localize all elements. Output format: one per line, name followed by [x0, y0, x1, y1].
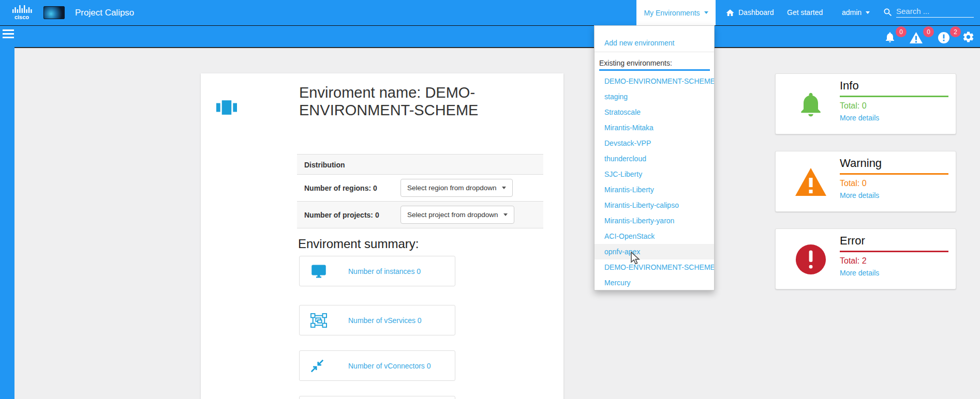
instances-count-link[interactable]: Number of instances 0	[348, 267, 421, 275]
settings-gear-icon[interactable]	[962, 30, 975, 43]
error-circle-icon	[795, 243, 827, 275]
select-project-dropdown-button[interactable]: Select project from dropdown	[400, 206, 514, 224]
instances-summary-card: Number of instances 0	[299, 256, 455, 286]
monitor-icon	[310, 264, 328, 279]
environment-card: Enviroment name: DEMO-ENVIRONMENT-SCHEME…	[201, 73, 563, 399]
env-item[interactable]: Devstack-VPP	[595, 135, 714, 151]
env-item[interactable]: ACI-OpenStack	[595, 228, 714, 244]
notifications-bell-icon[interactable]	[884, 31, 896, 43]
select-region-dropdown-button[interactable]: Select region from dropdown	[400, 179, 513, 197]
warning-more-details-link[interactable]: More details	[840, 191, 879, 199]
search-container	[883, 0, 974, 25]
my-environments-menu[interactable]: My Environments	[636, 0, 716, 25]
env-item[interactable]: DEMO-ENVIRONMENT-SCHEME	[595, 259, 714, 275]
environment-title: Enviroment name: DEMO-ENVIRONMENT-SCHEME	[299, 84, 522, 119]
warnings-triangle-icon[interactable]	[909, 32, 923, 44]
env-item-hovered[interactable]: opnfv-apex	[595, 244, 714, 259]
warning-underline	[840, 173, 948, 175]
home-icon	[725, 8, 735, 18]
cisco-logo-icon: cisco	[11, 4, 34, 20]
info-status-card: Info Total: 0 More details	[775, 73, 956, 134]
warning-total: Total: 0	[840, 179, 867, 188]
navbar-divider	[0, 25, 980, 26]
environments-list: DEMO-ENVIRONMENT-SCHEME staging Stratosc…	[595, 73, 714, 290]
table-row: Number of regions: 0 Select region from …	[297, 175, 543, 202]
vservices-count-link[interactable]: Number of vServices 0	[348, 316, 422, 325]
vservices-summary-card: Number of vServices 0	[299, 305, 455, 335]
my-environments-label: My Environments	[644, 9, 700, 17]
env-item[interactable]: Mirantis-Liberty	[595, 182, 714, 197]
error-underline	[840, 251, 948, 252]
vconnectors-summary-card: Number of vConnectors 0	[299, 350, 455, 381]
env-item[interactable]: Mirantis-Mitaka	[595, 120, 714, 135]
chevron-down-icon	[502, 187, 506, 189]
top-navbar: cisco Project Calipso My Environments Da…	[0, 0, 980, 25]
error-status-card: Error Total: 2 More details	[775, 228, 956, 289]
notifications-badge: 0	[896, 26, 907, 37]
error-more-details-link[interactable]: More details	[840, 269, 879, 277]
nav-user-menu[interactable]: admin	[842, 0, 870, 25]
environment-panes-icon	[216, 98, 237, 117]
existing-environments-header: Existing environments:	[599, 59, 672, 67]
chevron-down-icon	[704, 11, 708, 14]
dropdown-header-underline	[599, 69, 710, 71]
environments-dropdown-menu: Add new environment Existing environment…	[594, 25, 715, 290]
distribution-header: Distribution	[297, 154, 543, 175]
vservices-icon	[310, 313, 328, 328]
select-region-label: Select region from dropdown	[407, 184, 497, 192]
secondary-toolbar: 0 0 2	[0, 26, 980, 47]
info-title: Info	[840, 79, 859, 93]
info-more-details-link[interactable]: More details	[840, 114, 879, 122]
info-underline	[840, 96, 948, 97]
brand-title: Project Calipso	[75, 0, 134, 25]
info-total: Total: 0	[840, 101, 867, 111]
dropdown-separator	[595, 52, 714, 52]
regions-label: Number of regions: 0	[297, 184, 400, 192]
env-item[interactable]: SJC-Liberty	[595, 166, 714, 182]
distribution-table: Distribution Number of regions: 0 Select…	[297, 154, 543, 228]
errors-circle-icon[interactable]	[938, 32, 949, 43]
add-new-environment-link[interactable]: Add new environment	[604, 39, 674, 47]
left-sidebar-strip	[0, 26, 14, 399]
brand-thumbnail-image	[43, 6, 65, 19]
nav-dashboard[interactable]: Dashboard	[725, 0, 774, 25]
env-item[interactable]: Mirantis-Liberty-calipso	[595, 197, 714, 213]
dashboard-label: Dashboard	[738, 0, 774, 25]
info-bell-icon	[796, 87, 825, 121]
hamburger-menu-icon[interactable]	[3, 29, 14, 39]
env-item[interactable]: Mercury	[595, 275, 714, 290]
chevron-down-icon	[503, 213, 508, 216]
env-item[interactable]: Mirantis-Liberty-yaron	[595, 213, 714, 228]
warnings-badge: 0	[923, 26, 934, 37]
projects-label: Number of projects: 0	[297, 211, 400, 219]
svg-text:cisco: cisco	[14, 14, 29, 20]
search-input[interactable]	[896, 5, 974, 18]
content-top-border	[14, 47, 980, 48]
username-label: admin	[842, 0, 862, 25]
vconnectors-count-link[interactable]: Number of vConnectors 0	[348, 362, 431, 370]
env-item[interactable]: DEMO-ENVIRONMENT-SCHEME	[595, 73, 714, 89]
error-total: Total: 2	[840, 256, 867, 266]
search-icon	[883, 7, 893, 18]
error-title: Error	[840, 234, 865, 248]
environment-summary-heading: Enviroment summary:	[298, 237, 419, 251]
warning-triangle-icon	[794, 167, 827, 197]
env-item[interactable]: thundercloud	[595, 151, 714, 166]
chevron-down-icon	[866, 11, 870, 14]
env-item[interactable]: staging	[595, 89, 714, 104]
select-project-label: Select project from dropdown	[407, 211, 498, 219]
summary-card-partial	[299, 396, 455, 399]
mouse-cursor	[630, 252, 641, 266]
warning-title: Warning	[840, 157, 882, 170]
nav-get-started[interactable]: Get started	[787, 0, 823, 25]
env-item[interactable]: Stratoscale	[595, 104, 714, 120]
warning-status-card: Warning Total: 0 More details	[775, 151, 956, 212]
table-row: Number of projects: 0 Select project fro…	[297, 202, 543, 228]
vconnectors-icon	[310, 359, 324, 373]
errors-badge: 2	[950, 26, 961, 37]
